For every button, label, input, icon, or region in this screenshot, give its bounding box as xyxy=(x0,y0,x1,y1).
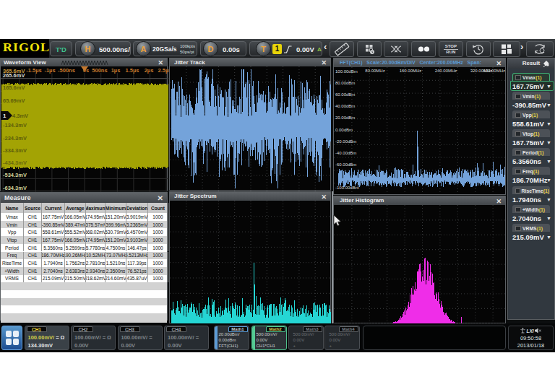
svg-text:1: 1 xyxy=(3,113,7,119)
